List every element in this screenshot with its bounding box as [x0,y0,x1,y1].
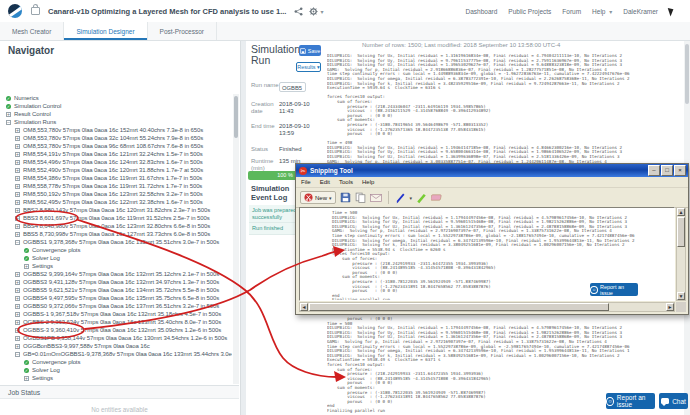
menu-file[interactable]: File [301,179,311,185]
expand-icon[interactable]: + [15,320,20,325]
tree-item[interactable]: +OGBBS-1 9,367,518v 57mps 0laa 0aoa 16c … [0,310,232,318]
tree-item[interactable]: +BBS5 8,730,998v 57mps 0laa 0aoa 16c 127… [0,230,232,238]
collapse-icon[interactable]: – [6,120,11,125]
expand-icon[interactable]: + [15,200,20,205]
tree-item[interactable]: +RM8,554,386v 57mps 0laa 0aoa 16c 119mrt… [0,174,232,182]
tree-item[interactable]: +OM8,553,780v 57mps 0laa 0aoa 32c 104mrt… [0,134,232,142]
tree-item[interactable]: +OGBBS4 9,497,595v 57mps 0laa 0aoa 16c 1… [0,294,232,302]
expand-icon[interactable]: + [15,168,20,173]
tree-item[interactable]: +BBS3 8,601,697v 57mps 0laa 0aoa 16c 119… [0,214,232,222]
navigator-scrollbar-thumb[interactable] [234,96,238,138]
highlighter-icon[interactable] [416,192,427,204]
tree-item[interactable]: +OM8,553,780v 57mps 0laa 0aoa 16c 152mrt… [0,126,232,134]
tree-item[interactable]: –GB=0.01mOmOGBBS1-9,378,368v 57mps 0laa … [0,350,232,358]
scroll-up-arrow[interactable]: ▲ [677,208,685,216]
tree-item[interactable]: +OGBBS-3 9,360,410v 57mps 0laa 0aoa 16c … [0,326,232,334]
results-dropdown[interactable]: Results ▾ [296,62,321,72]
tree-item-solver-log[interactable]: ✓Solver Log [0,366,232,374]
collapse-icon[interactable]: – [15,352,20,357]
scroll-right-arrow[interactable]: ► [666,303,674,311]
snip-horizontal-scrollbar[interactable]: ◄ ► [299,302,675,312]
expand-icon[interactable]: + [15,152,20,157]
expand-icon[interactable]: + [15,344,20,349]
close-button[interactable]: × [674,165,686,176]
tab-mesh-creator[interactable]: Mesh Creator [0,22,64,40]
scroll-down-arrow[interactable]: ▼ [677,292,685,300]
tree-item[interactable]: +OM8,553,780v 57mps 0laa 0aoa 96c 68mrt … [0,142,232,150]
tree-item-solver-log[interactable]: ✓Solver Log [0,254,232,262]
tree-item[interactable]: +RM8,558,778v 57mps 0laa 0aoa 16c 119mrt… [0,182,232,190]
menu-tools[interactable]: Tools [339,179,353,185]
share-icon[interactable] [294,7,303,16]
expand-icon[interactable]: + [24,376,29,381]
expand-icon[interactable]: + [15,224,20,229]
expand-icon[interactable]: + [15,288,20,293]
expand-icon[interactable]: + [15,328,20,333]
gear-caret-icon[interactable]: ▾ [320,8,323,15]
expand-icon[interactable]: + [15,128,20,133]
save-button[interactable]: Save [299,45,321,56]
tree-item[interactable]: +RM8,562,495v 57mps 0laa 0aoa 16c 122mrt… [0,198,232,206]
navigator-scrollbar[interactable] [233,94,239,384]
tab-post-processor[interactable]: Post-Processor [148,22,217,40]
tree-item[interactable]: ✓Numerics [0,94,232,102]
tree-item[interactable]: +RM8,550,192v 57mps 0laa 0aoa 16c 123mrt… [0,190,232,198]
menu-help[interactable]: Help [362,179,374,185]
pen-icon[interactable] [395,192,406,204]
nav-user-dalekramer[interactable]: DaleKramer [623,8,658,15]
new-snip-button[interactable]: New ▾ [300,191,336,204]
tree-item[interactable]: +Settings [0,374,232,382]
expand-icon[interactable]: + [15,192,20,197]
maximize-button[interactable]: □ [661,165,673,176]
report-issue-button[interactable]: ☺ Report an issue [606,393,655,409]
pen-caret-icon[interactable]: ▾ [410,195,413,201]
tree-item[interactable]: +RM8,554,191v 57mps 0laa 0aoa 16c 121mrt… [0,150,232,158]
chat-button[interactable]: Chat [659,393,688,409]
expand-icon[interactable]: + [15,144,20,149]
nav-help[interactable]: Help ▾ [592,8,612,15]
tree-item[interactable]: +Result Control [0,110,232,118]
expand-icon[interactable]: + [15,280,20,285]
tree-item[interactable]: –Simulation Runs [0,118,232,126]
expand-icon[interactable]: + [15,304,20,309]
expand-icon[interactable]: + [15,184,20,189]
nav-dashboard[interactable]: Dashboard [466,8,498,15]
expand-icon[interactable]: + [15,136,20,141]
scroll-left-arrow[interactable]: ◄ [300,303,308,311]
eraser-icon[interactable] [431,192,444,203]
expand-icon[interactable]: + [15,216,20,221]
expand-icon[interactable]: + [15,232,20,237]
tree-item[interactable]: +OGBBS5 9,621,521v 57mps 0laa 0aoa 16c 1… [0,286,232,294]
run-name-input[interactable]: OGBB5 [279,82,306,92]
tree-item[interactable]: +OGBBS0 9,372,066v 57mps 0laa 0aoa 16c 1… [0,302,232,310]
expand-icon[interactable]: + [15,296,20,301]
expand-icon[interactable]: + [15,272,20,277]
window-title-bar[interactable]: ✂ Snipping Tool –□× [296,164,688,177]
gear-icon[interactable] [309,7,318,16]
tree-item[interactable]: +OGBBS3 9,431,128v 57mps 0laa 0aoa 16c 1… [0,278,232,286]
menu-edit[interactable]: Edit [320,179,330,185]
log-scrollbar-thumb[interactable] [685,44,689,104]
expand-icon[interactable]: + [24,264,29,269]
expand-icon[interactable]: + [15,208,20,213]
tree-item[interactable]: +RM8,554,496v 57mps 0laa 0aoa 16c 124mrt… [0,158,232,166]
snip-hscroll-thumb[interactable] [309,303,609,311]
job-status-header[interactable]: Job Status [0,385,239,399]
tree-item[interactable]: +OGBBS2 9,399,164v 57mps 0laa 0aoa 16c 1… [0,270,232,278]
expand-icon[interactable]: + [6,112,11,117]
snip-vertical-scrollbar[interactable]: ▲ ▼ [676,207,686,301]
tree-item[interactable]: ✓Simulation Control [0,102,232,110]
tree-item[interactable]: +BBS2 8,580,143v 57mps 0laa 0aoa 16c 120… [0,206,232,214]
nav-forum[interactable]: Forum [562,8,581,15]
tree-item[interactable]: ✓Convergence plots [0,246,232,254]
copy-icon[interactable] [355,192,366,203]
tree-item[interactable]: +BBS4 8,648,980v 57mps 0laa 0aoa 16c 123… [0,222,232,230]
tree-item[interactable]: –OGBBS1 9,378,368v 57mps 0laa 0aoa 16c 1… [0,238,232,246]
tree-item[interactable]: +RM8,552,490v 57mps 0laa 0aoa 16c 120mrt… [0,166,232,174]
simscale-logo[interactable] [8,4,22,18]
tree-item[interactable]: +OGBBS1PB 9,358,144v 57mps 0laa 0aoa 16c… [0,334,232,342]
tab-simulation-designer[interactable]: Simulation Designer [64,22,147,40]
save-icon[interactable] [340,192,351,203]
expand-icon[interactable]: + [15,336,20,341]
expand-icon[interactable]: + [15,160,20,165]
